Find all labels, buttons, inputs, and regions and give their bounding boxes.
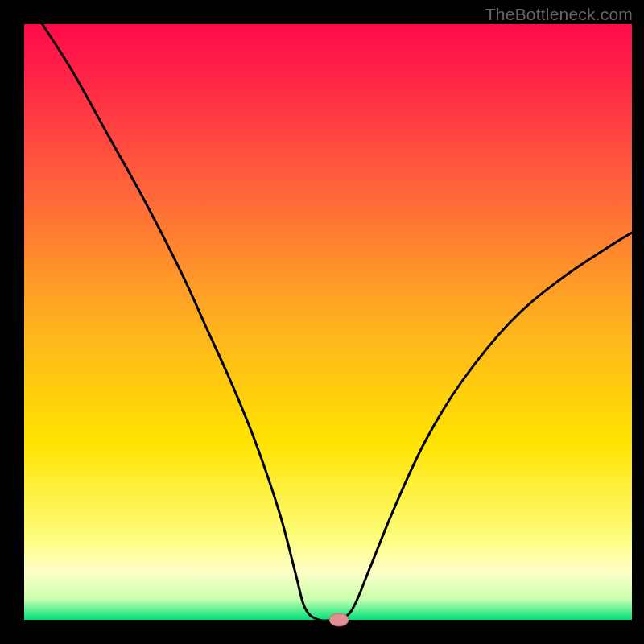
attribution-text: TheBottleneck.com	[485, 5, 633, 24]
chart-container: TheBottleneck.com	[0, 0, 644, 644]
optimal-marker	[329, 613, 349, 626]
bottleneck-chart	[0, 0, 644, 644]
plot-background	[24, 24, 632, 620]
